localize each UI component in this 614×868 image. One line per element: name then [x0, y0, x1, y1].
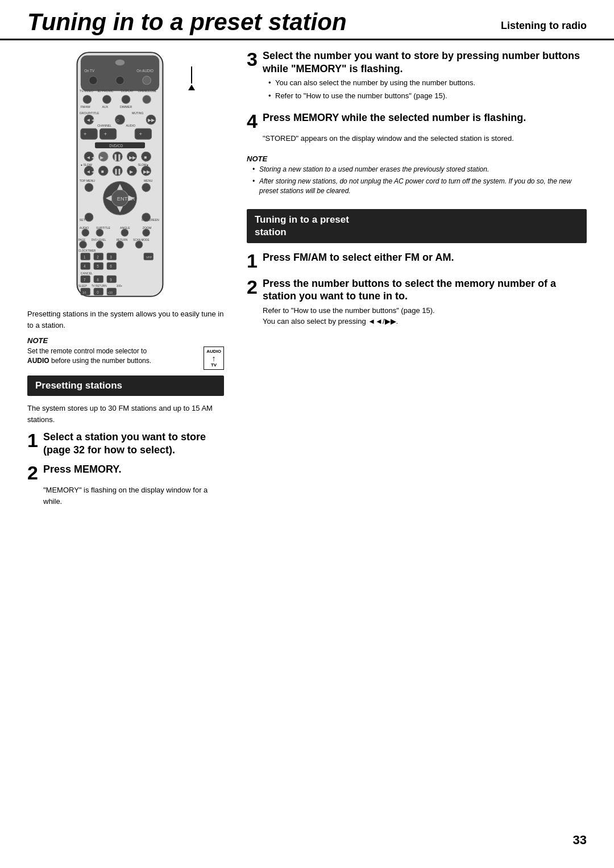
svg-text:DISPLAY: DISPLAY	[121, 89, 134, 93]
svg-text:▶: ▶	[130, 169, 134, 174]
step-3-bullets: You can also select the number by using …	[268, 77, 587, 101]
svg-text:▶▶: ▶▶	[129, 155, 136, 160]
svg-text:3: 3	[110, 255, 112, 259]
step-3-num: 3	[247, 49, 259, 69]
step-3-title-bold: "MEMORY" is flashing.	[291, 63, 403, 74]
step-3-body: You can also select the number by using …	[263, 77, 587, 101]
tuning-section-heading: Tuning in to a preset station	[247, 209, 587, 243]
svg-text:DVD/CD: DVD/CD	[109, 144, 123, 148]
step-2: 2 Press MEMORY. "MEMORY" is flashing on …	[27, 463, 224, 507]
step-2-title: Press MEMORY.	[43, 463, 121, 476]
tuning-step-2-num: 2	[247, 277, 259, 297]
page-number: 33	[573, 833, 587, 848]
svg-text:+10: +10	[107, 291, 113, 294]
tuning-step-1-header: 1 Press FM/AM to select either FM or AM.	[247, 251, 587, 270]
right-note-bullets: Storing a new station to a used number e…	[252, 165, 587, 197]
svg-point-86	[80, 241, 87, 248]
svg-text:CANCEL: CANCEL	[81, 272, 93, 275]
svg-text:SLEEP: SLEEP	[78, 285, 87, 287]
tuning-step-2-title: Press the number buttons to select the m…	[263, 277, 587, 303]
step-2-header: 2 Press MEMORY.	[27, 463, 224, 482]
svg-point-72	[85, 213, 93, 222]
step-1-num: 1	[27, 431, 40, 450]
svg-point-12	[83, 95, 92, 104]
svg-point-7	[143, 76, 151, 85]
svg-point-80	[121, 229, 128, 236]
svg-text:TOP MENU: TOP MENU	[80, 179, 96, 182]
step-3-title: Select the number you want to store by p…	[263, 49, 587, 75]
step-1-header: 1 Select a station you want to store (pa…	[27, 431, 224, 456]
tuning-step-2-body: Refer to "How to use the number buttons"…	[263, 305, 587, 327]
tuning-step-2: 2 Press the number buttons to select the…	[247, 277, 587, 327]
svg-text:100+: 100+	[117, 285, 123, 287]
content-area: On TV On AUDIO TV/VIDEO 3D PHONIC DISPLA…	[0, 40, 614, 514]
tuning-step-2-body-line2: You can also select by pressing ◄◄/▶▶.	[263, 316, 587, 327]
remote-image: On TV On AUDIO TV/VIDEO 3D PHONIC DISPLA…	[63, 49, 188, 302]
tuning-section-line2: station	[255, 227, 287, 237]
step-4-header: 4 Press MEMORY while the selected number…	[247, 111, 587, 131]
page-main-title: Tuning in to a preset station	[27, 10, 347, 34]
note-bold: AUDIO	[27, 357, 49, 365]
step-4: 4 Press MEMORY while the selected number…	[247, 111, 587, 144]
svg-point-13	[103, 95, 111, 104]
svg-point-15	[143, 95, 151, 104]
svg-text:On TV: On TV	[84, 69, 95, 73]
left-note-block: NOTE Set the remote control mode selecto…	[27, 336, 224, 370]
svg-point-81	[143, 229, 150, 236]
audio-tv-icon: AUDIO ↑ TV	[204, 347, 224, 370]
svg-text:2: 2	[97, 255, 99, 259]
svg-point-78	[82, 229, 89, 236]
svg-text:TV RETURN: TV RETURN	[92, 285, 107, 287]
svg-text:4: 4	[84, 264, 86, 268]
presetting-stations-heading: Presetting stations	[27, 375, 224, 396]
remote-svg: On TV On AUDIO TV/VIDEO 3D PHONIC DISPLA…	[63, 49, 177, 299]
svg-text:6: 6	[110, 264, 112, 268]
svg-text:10: 10	[82, 291, 86, 294]
svg-text:8: 8	[97, 278, 99, 282]
step-4-body: "STORED" appears on the display window a…	[263, 133, 587, 144]
right-note-bullet-1: Storing a new station to a used number e…	[252, 165, 587, 174]
svg-text:▌▌: ▌▌	[115, 169, 122, 175]
svg-text:▌▌: ▌▌	[115, 154, 122, 161]
left-note-text: Set the remote control mode selector to …	[27, 347, 198, 366]
page-header: Tuning in to a preset station Listening …	[0, 0, 614, 40]
svg-text:▶: ▶	[100, 155, 104, 160]
svg-point-5	[89, 76, 98, 85]
svg-text:GROUP/TITLE: GROUP/TITLE	[80, 111, 99, 115]
svg-text:MUTING: MUTING	[132, 111, 144, 115]
svg-text:TV/VIDEO: TV/VIDEO	[80, 89, 93, 93]
step-3: 3 Select the number you want to store by…	[247, 49, 587, 101]
svg-text:◄◄: ◄◄	[86, 155, 96, 160]
step-3-bullet-1: You can also select the number by using …	[268, 77, 587, 89]
tuning-step-1-title: Press FM/AM to select either FM or AM.	[263, 251, 454, 264]
svg-point-87	[96, 241, 103, 248]
note-suffix: before using the number buttons.	[49, 357, 151, 365]
svg-point-79	[96, 229, 103, 236]
svg-point-6	[116, 76, 125, 85]
step-2-body: "MEMORY" is flashing on the display wind…	[43, 485, 224, 507]
audio-mode-indicator	[188, 66, 195, 90]
svg-point-2	[115, 60, 125, 65]
step-2-num: 2	[27, 463, 40, 482]
svg-point-89	[135, 241, 143, 248]
svg-text:○: ○	[117, 117, 120, 123]
svg-point-61	[85, 183, 93, 192]
svg-text:RETURN: RETURN	[117, 239, 128, 241]
svg-text:+: +	[139, 131, 143, 137]
svg-text:VFP: VFP	[146, 256, 152, 259]
right-column: 3 Select the number you want to store by…	[238, 49, 587, 514]
svg-text:+: +	[84, 131, 87, 137]
step-1-title: Select a station you want to store (page…	[43, 431, 224, 456]
svg-point-88	[117, 241, 124, 248]
svg-text:CLOCKTIMER: CLOCKTIMER	[78, 249, 96, 252]
left-note-with-icon: Set the remote control mode selector to …	[27, 347, 224, 370]
svg-text:1: 1	[84, 255, 86, 259]
svg-text:CHANNEL: CHANNEL	[97, 124, 111, 127]
svg-text:■: ■	[144, 155, 147, 160]
tuning-step-1: 1 Press FM/AM to select either FM or AM.	[247, 251, 587, 270]
svg-text:FM/AM: FM/AM	[81, 105, 90, 108]
tuning-step-2-body-line1: Refer to "How to use the number buttons"…	[263, 305, 587, 316]
step-1: 1 Select a station you want to store (pa…	[27, 431, 224, 456]
svg-rect-33	[135, 128, 151, 139]
page-section-title: Listening to radio	[501, 20, 587, 34]
